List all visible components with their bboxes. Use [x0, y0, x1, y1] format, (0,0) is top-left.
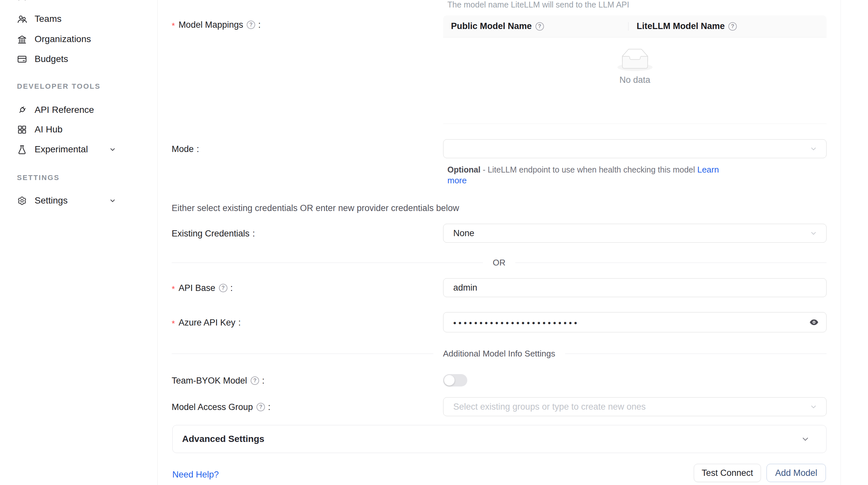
chevron-down-icon	[109, 146, 116, 153]
required-asterisk: *	[172, 319, 175, 329]
existing-credentials-value: None	[453, 228, 474, 238]
add-model-button[interactable]: Add Model	[767, 464, 826, 482]
model-name-hint: The model name LiteLLM will send to the …	[447, 0, 629, 9]
column-divider	[628, 22, 628, 31]
chevron-down-icon	[810, 403, 817, 411]
flask-icon	[17, 144, 27, 155]
sidebar-item-label: Internal Users	[35, 0, 91, 2]
grid-icon	[17, 125, 27, 135]
column-header-litellm-model-name: LiteLLM Model Name ?	[628, 21, 737, 31]
advanced-settings-panel[interactable]: Advanced Settings	[172, 425, 827, 453]
chevron-down-icon	[801, 434, 810, 444]
existing-credentials-label: Existing Credentials :	[172, 228, 255, 239]
toggle-knob	[444, 375, 455, 386]
mode-select[interactable]	[443, 139, 827, 158]
divider-line	[565, 354, 827, 354]
empty-state: No data	[617, 48, 653, 85]
divider-line	[515, 263, 827, 263]
empty-state-text: No data	[619, 75, 650, 85]
model-access-group-select[interactable]: Select existing groups or type to create…	[443, 397, 827, 416]
table-header-row: Public Model Name ? LiteLLM Model Name ?	[443, 15, 827, 37]
azure-api-key-input[interactable]: ••••••••••••••••••••••••	[443, 312, 827, 332]
model-access-group-label: Model Access Group ? :	[172, 402, 271, 412]
required-asterisk: *	[172, 21, 175, 31]
column-header-public-model-name: Public Model Name ?	[443, 21, 628, 31]
sidebar-item-teams[interactable]: Teams	[0, 9, 144, 29]
sidebar-section-developer-tools: DEVELOPER TOOLS	[17, 82, 100, 91]
api-base-label: * API Base ? :	[172, 283, 232, 293]
sidebar-item-organizations[interactable]: Organizations	[0, 29, 144, 49]
user-icon	[17, 0, 27, 2]
chevron-down-icon	[109, 197, 116, 204]
help-icon[interactable]: ?	[535, 22, 544, 31]
plug-icon	[17, 105, 27, 115]
help-icon[interactable]: ?	[247, 21, 255, 29]
existing-credentials-select[interactable]: None	[443, 224, 827, 243]
azure-api-key-label: * Azure API Key :	[172, 317, 241, 328]
sidebar-item-experimental[interactable]: Experimental	[0, 139, 144, 160]
team-byok-toggle[interactable]	[443, 374, 467, 387]
sidebar-item-settings[interactable]: Settings	[0, 191, 144, 211]
mode-helper-text: Optional - LiteLLM endpoint to use when …	[447, 164, 723, 186]
sidebar-item-label: Organizations	[35, 34, 91, 44]
team-byok-label: Team-BYOK Model ? :	[172, 376, 265, 386]
eye-icon[interactable]	[809, 317, 819, 327]
sidebar-item-ai-hub[interactable]: AI Hub	[0, 119, 144, 139]
table-empty-body: No data	[443, 37, 827, 124]
need-help-link[interactable]: Need Help?	[172, 470, 219, 480]
sidebar-item-label: AI Hub	[35, 124, 63, 135]
sidebar-item-internal-users[interactable]: Internal Users	[0, 0, 144, 6]
additional-info-divider: Additional Model Info Settings	[172, 348, 827, 359]
model-mappings-table: Public Model Name ? LiteLLM Model Name ?	[443, 15, 827, 124]
divider-line	[172, 263, 483, 263]
sidebar-item-api-reference[interactable]: API Reference	[0, 100, 144, 120]
help-icon[interactable]: ?	[256, 403, 265, 411]
sidebar-item-label: API Reference	[35, 105, 94, 115]
sidebar-item-label: Settings	[35, 195, 67, 206]
model-mappings-label: * Model Mappings ? :	[172, 20, 261, 30]
divider-line	[172, 354, 433, 354]
sidebar-section-settings: SETTINGS	[17, 173, 60, 182]
mode-label: Mode :	[172, 144, 199, 154]
sidebar: Internal Users Teams Organizations Budge…	[0, 0, 158, 485]
api-base-input[interactable]	[443, 278, 827, 297]
credit-card-icon	[17, 54, 27, 64]
eye-icon-glyph	[809, 317, 819, 327]
sidebar-item-label: Teams	[35, 14, 61, 24]
help-icon[interactable]: ?	[251, 377, 259, 385]
masked-password-value: ••••••••••••••••••••••••	[453, 317, 579, 328]
model-access-group-placeholder: Select existing groups or type to create…	[453, 402, 646, 412]
test-connect-button[interactable]: Test Connect	[694, 464, 761, 482]
gear-icon	[17, 196, 27, 206]
sidebar-item-label: Experimental	[35, 144, 88, 155]
credentials-note: Either select existing credentials OR en…	[172, 203, 459, 213]
or-divider: OR	[172, 257, 827, 268]
sidebar-item-budgets[interactable]: Budgets	[0, 49, 144, 69]
help-icon[interactable]: ?	[728, 22, 737, 31]
add-model-page: Internal Users Teams Organizations Budge…	[0, 0, 868, 485]
bank-icon	[17, 34, 27, 44]
advanced-settings-label: Advanced Settings	[182, 434, 264, 444]
required-asterisk: *	[172, 284, 175, 294]
team-icon	[17, 14, 27, 24]
help-icon[interactable]: ?	[219, 284, 227, 292]
chevron-down-icon	[810, 145, 817, 153]
empty-inbox-icon	[617, 48, 653, 71]
chevron-down-icon	[810, 229, 817, 237]
content-right-border	[841, 0, 841, 485]
sidebar-item-label: Budgets	[35, 54, 68, 64]
